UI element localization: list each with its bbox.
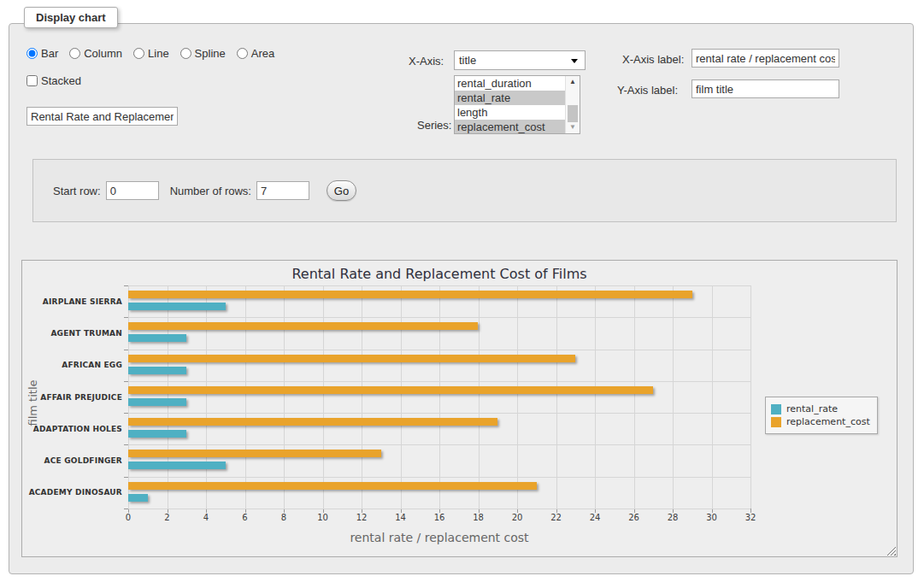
gridline-horizontal bbox=[128, 350, 750, 350]
bar-replacement_cost[interactable] bbox=[128, 450, 381, 457]
bar-rental_rate[interactable] bbox=[128, 334, 186, 342]
radio-option-column[interactable]: Column bbox=[69, 47, 122, 60]
gridline-vertical bbox=[323, 285, 324, 509]
x-axis-tick-label: 8 bbox=[281, 513, 286, 522]
gridline-horizontal bbox=[128, 444, 750, 445]
gridline-vertical bbox=[750, 285, 751, 509]
legend-item-replacement_cost[interactable]: replacement_cost bbox=[771, 416, 870, 427]
x-axis-tick-label: 32 bbox=[745, 513, 756, 522]
gridline-vertical bbox=[439, 285, 440, 509]
display-chart-fieldset: Display chart Bar Column Line Spline Are… bbox=[9, 23, 914, 574]
x-axis-select[interactable]: title bbox=[454, 50, 586, 70]
series-list-label: Series: bbox=[417, 119, 451, 132]
gridline-vertical bbox=[712, 285, 713, 509]
series-option-rental_duration[interactable]: rental_duration bbox=[455, 76, 565, 91]
series-option-length[interactable]: length bbox=[455, 105, 565, 120]
chart-title-input[interactable] bbox=[26, 107, 178, 126]
chart-x-axis-title: rental rate / replacement cost bbox=[128, 531, 750, 544]
gridline-vertical bbox=[634, 285, 635, 509]
spline-radio-label: Spline bbox=[195, 47, 226, 60]
bar-replacement_cost[interactable] bbox=[128, 418, 497, 426]
go-button[interactable]: Go bbox=[327, 180, 356, 201]
x-axis-label-input[interactable] bbox=[692, 49, 839, 68]
x-axis-tick-label: 22 bbox=[550, 513, 562, 522]
radio-option-line[interactable]: Line bbox=[133, 47, 169, 60]
category-label: ACADEMY DINOSAUR bbox=[29, 488, 122, 497]
column-radio[interactable] bbox=[69, 48, 80, 59]
x-axis-tick-label: 6 bbox=[242, 513, 247, 522]
legend-swatch-replacement_cost bbox=[771, 417, 781, 427]
y-axis-label-caption: Y-Axis label: bbox=[617, 84, 678, 97]
scroll-up-icon[interactable]: ▲ bbox=[566, 76, 580, 88]
x-axis-tick-label: 28 bbox=[668, 513, 679, 522]
category-label: AGENT TRUMAN bbox=[50, 329, 122, 338]
gridline-vertical bbox=[595, 285, 596, 509]
number-of-rows-input[interactable] bbox=[256, 181, 309, 200]
area-radio-label: Area bbox=[251, 47, 274, 60]
x-axis-tick-label: 2 bbox=[164, 513, 169, 522]
area-radio[interactable] bbox=[237, 48, 248, 59]
radio-option-area[interactable]: Area bbox=[237, 47, 274, 60]
stacked-row: Stacked bbox=[26, 74, 81, 87]
gridline-vertical bbox=[362, 285, 362, 509]
x-axis-selected-value: title bbox=[459, 54, 476, 67]
bar-rental_rate[interactable] bbox=[128, 461, 226, 469]
x-axis-tick-label: 18 bbox=[473, 513, 484, 522]
bar-replacement_cost[interactable] bbox=[128, 355, 575, 362]
bar-replacement_cost[interactable] bbox=[128, 482, 537, 490]
row-controls-panel: Start row: Number of rows: Go bbox=[32, 159, 897, 222]
gridline-horizontal bbox=[128, 509, 750, 509]
series-option-replacement_cost[interactable]: replacement_cost bbox=[455, 120, 565, 134]
scroll-down-icon[interactable]: ▼ bbox=[566, 121, 580, 133]
y-axis-label-input[interactable] bbox=[692, 79, 839, 98]
gridline-vertical bbox=[401, 285, 402, 509]
gridline-horizontal bbox=[128, 285, 750, 286]
gridline-horizontal bbox=[128, 477, 750, 478]
gridline-vertical bbox=[556, 285, 557, 509]
legend-swatch-rental_rate bbox=[771, 404, 781, 414]
select-caret-icon bbox=[571, 59, 578, 63]
stacked-option[interactable]: Stacked bbox=[26, 74, 81, 87]
gridline-vertical bbox=[517, 285, 518, 509]
stacked-checkbox[interactable] bbox=[26, 75, 38, 86]
plot-area: 02468101214161820222426283032AIRPLANE SI… bbox=[128, 285, 750, 509]
y-axis-tick bbox=[124, 509, 128, 509]
series-option-rental_rate[interactable]: rental_rate bbox=[455, 91, 565, 105]
radio-option-bar[interactable]: Bar bbox=[26, 47, 58, 60]
bar-rental_rate[interactable] bbox=[128, 494, 148, 502]
y-axis-tick bbox=[124, 444, 128, 445]
start-row-input[interactable] bbox=[106, 181, 159, 200]
series-scrollbar[interactable]: ▲ ▼ bbox=[565, 76, 580, 133]
bar-rental_rate[interactable] bbox=[128, 303, 226, 310]
category-label: AFFAIR PREJUDICE bbox=[40, 393, 122, 402]
gridline-horizontal bbox=[128, 413, 750, 414]
bar-replacement_cost[interactable] bbox=[128, 291, 692, 298]
chart-title: Rental Rate and Replacement Cost of Film… bbox=[128, 266, 750, 282]
radio-option-spline[interactable]: Spline bbox=[180, 47, 226, 60]
bar-replacement_cost[interactable] bbox=[128, 322, 478, 330]
y-axis-tick bbox=[124, 381, 128, 382]
start-row-label: Start row: bbox=[53, 185, 101, 197]
chart-container: Rental Rate and Replacement Cost of Film… bbox=[21, 260, 898, 557]
bar-radio[interactable] bbox=[26, 48, 38, 59]
bar-rental_rate[interactable] bbox=[128, 430, 186, 438]
bar-rental_rate[interactable] bbox=[128, 398, 186, 406]
gridline-vertical bbox=[245, 285, 246, 509]
series-multiselect[interactable]: rental_durationrental_ratelengthreplacem… bbox=[454, 75, 580, 134]
line-radio[interactable] bbox=[133, 48, 144, 59]
spline-radio[interactable] bbox=[180, 48, 191, 59]
x-axis-tick-label: 20 bbox=[512, 513, 523, 522]
gridline-vertical bbox=[479, 285, 480, 509]
scrollbar-thumb[interactable] bbox=[568, 105, 578, 122]
chart-legend: rental_ratereplacement_cost bbox=[765, 397, 878, 434]
y-axis-tick bbox=[124, 477, 128, 478]
x-axis-tick-label: 14 bbox=[395, 513, 406, 522]
legend-label-rental_rate: rental_rate bbox=[786, 403, 838, 414]
x-axis-tick-label: 24 bbox=[590, 513, 601, 522]
legend-item-rental_rate[interactable]: rental_rate bbox=[771, 403, 870, 414]
bar-rental_rate[interactable] bbox=[128, 367, 186, 374]
resize-handle-icon[interactable] bbox=[886, 546, 896, 556]
bar-replacement_cost[interactable] bbox=[128, 386, 653, 394]
series-options: rental_durationrental_ratelengthreplacem… bbox=[455, 76, 565, 133]
x-axis-select-label: X-Axis: bbox=[409, 55, 444, 68]
